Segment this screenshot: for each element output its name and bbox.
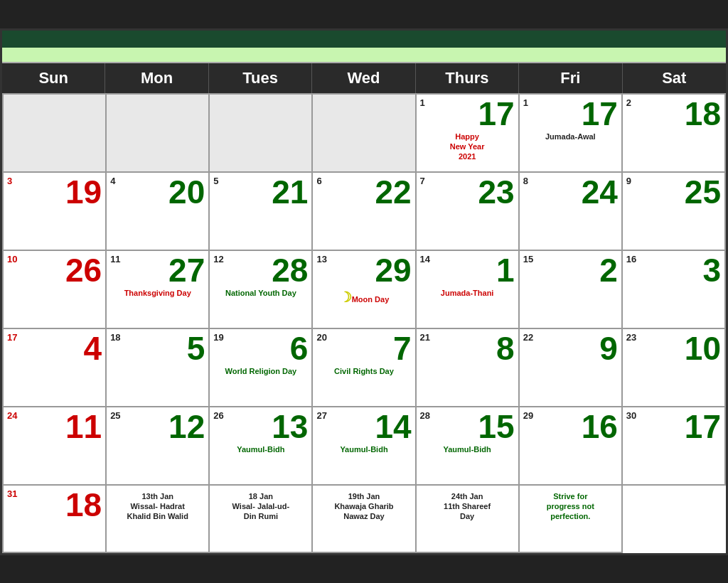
cal-cell: 1 17 Jumada-Awal [520,95,623,173]
day-header-wed: Wed [312,63,415,93]
cal-cell: 20 7 Civil Rights Day [313,329,416,407]
day-header-sun: Sun [2,63,105,93]
calendar-title [2,31,726,48]
cal-cell: 10 26 [4,251,107,329]
cal-cell: 19 6 World Religion Day [210,329,313,407]
cal-cell [107,95,210,173]
cal-cell: 14 1 Jumada-Thani [417,251,520,329]
cal-cell: 26 13 Yaumul-Bidh [210,407,313,486]
cal-cell [210,95,313,173]
cal-cell: 28 15 Yaumul-Bidh [417,407,520,486]
cal-cell: 4 20 [107,173,210,251]
cal-cell: 23 10 [623,329,726,407]
day-headers: SunMonTuesWedThursFriSat [2,63,726,93]
cal-cell: 12 28 National Youth Day [210,251,313,329]
day-header-mon: Mon [105,63,208,93]
calendar-grid: 1 17 Happy New Year 2021 1 17 Jumada-Awa… [2,93,726,553]
cal-cell: Strive for progress not perfection. [520,486,623,553]
cal-cell: 18 5 [107,329,210,407]
cal-cell: 27 14 Yaumul-Bidh [313,407,416,486]
cal-cell: 1 17 Happy New Year 2021 [417,95,520,173]
cal-cell: 9 25 [623,173,726,251]
calendar: SunMonTuesWedThursFriSat 1 17 Happy New … [0,28,728,555]
day-header-thurs: Thurs [416,63,519,93]
cal-cell: 17 4 [4,329,107,407]
cal-cell: 5 21 [210,173,313,251]
day-header-tues: Tues [209,63,312,93]
cal-cell: 22 9 [520,329,623,407]
hijri-title [2,48,726,63]
cal-cell [4,95,107,173]
cal-cell: 11 27 Thanksgiving Day [107,251,210,329]
day-header-fri: Fri [519,63,622,93]
cal-cell: 16 3 [623,251,726,329]
cal-cell: 31 18 [4,486,107,553]
cal-cell: 3 19 [4,173,107,251]
cal-cell: 6 22 [313,173,416,251]
cal-cell: 24 11 [4,407,107,486]
cal-cell: 29 16 [520,407,623,486]
day-header-sat: Sat [623,63,726,93]
cal-cell: 25 12 [107,407,210,486]
cal-cell: 19th Jan Khawaja Gharib Nawaz Day [313,486,416,553]
cal-cell: 21 8 [417,329,520,407]
cal-cell: 30 17 [623,407,726,486]
cal-cell: 13th Jan Wissal- Hadrat Khalid Bin Walid [107,486,210,553]
cal-cell: 7 23 [417,173,520,251]
cal-cell: 2 18 [623,95,726,173]
cal-cell: 8 24 [520,173,623,251]
cal-cell: 24th Jan 11th Shareef Day [417,486,520,553]
cal-cell: 15 2 [520,251,623,329]
cal-cell [313,95,416,173]
cal-cell: 18 Jan Wisal- Jalal-ud- Din Rumi [210,486,313,553]
cal-cell: 13 29 ☽Moon Day [313,251,416,329]
